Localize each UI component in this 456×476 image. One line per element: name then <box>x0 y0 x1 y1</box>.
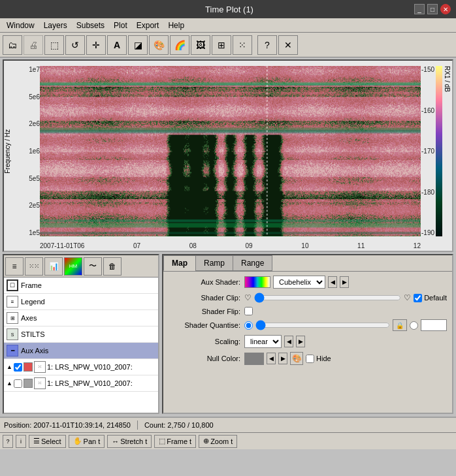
x-tick-1: 07 <box>133 242 140 249</box>
shader-quantise-radio-off[interactable] <box>244 321 253 330</box>
shader-clip-slider[interactable] <box>254 293 401 303</box>
menu-subsets[interactable]: Subsets <box>73 20 108 31</box>
menu-plot[interactable]: Plot <box>110 20 131 31</box>
dots-button[interactable]: ⁙ <box>233 35 252 55</box>
shader-flip-row: Shader Flip: <box>169 307 447 315</box>
null-color-picker-button[interactable]: 🎨 <box>290 352 303 365</box>
layer-item-1b[interactable]: ▲ ⁙ 1: LRS_NPW_V010_2007: <box>4 375 158 392</box>
layer-item-frame[interactable]: ☐ Frame <box>4 278 158 294</box>
select-icon: ☰ <box>33 437 40 445</box>
maximize-button[interactable]: □ <box>427 4 438 14</box>
shader-quantise-control: 🔒 <box>244 319 447 331</box>
null-color-hide-checkbox[interactable] <box>306 355 314 363</box>
shader-next-button[interactable]: ▶ <box>340 276 349 288</box>
stretch-icon: ↔ <box>112 437 119 445</box>
palette-button[interactable]: 🌈 <box>170 35 189 55</box>
null-color-prev-button[interactable]: ◀ <box>267 353 276 364</box>
layer-checkbox-1a[interactable] <box>14 363 22 372</box>
aux-shader-select[interactable]: Cubehelix <box>273 276 325 289</box>
quantise-lock-button[interactable]: 🔒 <box>393 319 407 331</box>
move-button[interactable]: ✛ <box>86 35 106 55</box>
shader-flip-checkbox[interactable] <box>244 307 253 315</box>
frame-button[interactable]: ⬚ Frame t <box>154 435 196 448</box>
close-plot-button[interactable]: ✕ <box>278 35 298 55</box>
null-color-next-button[interactable]: ▶ <box>278 353 287 364</box>
text-button[interactable]: A <box>107 35 127 55</box>
layers-panel: ≡ ⁙⁙ 📊 HM 〜 🗑 ☐ Frame ≡ Legend ⊞ Axes S … <box>3 254 159 414</box>
null-color-select[interactable]: █ <box>244 353 264 365</box>
tab-range[interactable]: Range <box>233 255 272 271</box>
x-tick-4: 10 <box>301 242 308 249</box>
menu-window[interactable]: Window <box>3 20 39 31</box>
subset-icon-button[interactable]: ⁙⁙ <box>25 257 43 276</box>
scaling-select[interactable]: linear log sqrt <box>244 335 282 348</box>
main-toolbar: 🗂 🖨 ⬚ ↺ ✛ A ◪ 🎨 🌈 🖼 ⊞ ⁙ ? ✕ <box>0 33 456 57</box>
minimize-button[interactable]: _ <box>414 4 425 14</box>
select-rect-button[interactable]: ⬚ <box>44 35 64 55</box>
shader-preview <box>244 276 270 288</box>
y-tick-4: 5e5 <box>29 175 40 182</box>
help-button[interactable]: ? <box>257 35 277 55</box>
menu-help[interactable]: Help <box>164 20 188 31</box>
tab-map[interactable]: Map <box>163 255 196 271</box>
shader-clip-control: ♡ ♡ Default <box>244 293 447 303</box>
stretch-button[interactable]: ↔ Stretch t <box>107 435 152 448</box>
layer-checkbox-1b[interactable] <box>14 379 22 388</box>
grid-button[interactable]: ⊞ <box>212 35 231 55</box>
scaling-next-button[interactable]: ▶ <box>296 336 305 347</box>
shader-quantise-label: Shader Quantise: <box>169 321 240 329</box>
layer-dots-icon-1a: ⁙ <box>34 361 46 373</box>
spectrogram-canvas[interactable] <box>40 66 421 236</box>
shader-quantise-slider[interactable] <box>255 320 390 330</box>
layer-item-aux-axis[interactable]: ━ Aux Axis <box>4 343 158 359</box>
x-tick-2: 08 <box>189 242 197 249</box>
colorbar-scale: -150 -160 -170 -180 -190 <box>421 66 436 236</box>
delete-icon-button[interactable]: 🗑 <box>103 257 122 276</box>
heatmap-icon-button[interactable]: HM <box>64 257 82 276</box>
subset-button[interactable]: ◪ <box>128 35 148 55</box>
position-status: Position: 2007-11-01T10:39:14, 214850 <box>4 421 131 429</box>
layer-item-1a[interactable]: ▲ ⁙ 1: LRS_NPW_V010_2007: <box>4 359 158 375</box>
wave-icon-button[interactable]: 〜 <box>84 257 102 276</box>
rotate-button[interactable]: ↺ <box>65 35 85 55</box>
axes-icon: ⊞ <box>7 312 18 324</box>
menu-bar: Window Layers Subsets Plot Export Help <box>0 18 456 33</box>
help-small-button[interactable]: ? <box>3 435 13 448</box>
print-button[interactable]: 🖨 <box>24 35 43 55</box>
color-button[interactable]: 🎨 <box>149 35 169 55</box>
open-button[interactable]: 🗂 <box>3 35 22 55</box>
x-tick-0: 2007-11-01T06 <box>40 242 84 249</box>
layer-item-axes[interactable]: ⊞ Axes <box>4 310 158 326</box>
y-tick-2: 2e6 <box>29 120 40 127</box>
layers-icon-button[interactable]: ≡ <box>5 257 24 276</box>
bar-icon-button[interactable]: 📊 <box>44 257 63 276</box>
quantise-preview <box>421 319 447 331</box>
shader-clip-row: Shader Clip: ♡ ♡ Default <box>169 293 447 303</box>
shader-prev-button[interactable]: ◀ <box>328 276 337 288</box>
frame-label: Frame t <box>167 437 191 445</box>
layer-dots-icon-1b: ⁙ <box>34 377 46 389</box>
shader-quantise-radio-on[interactable] <box>410 321 418 330</box>
layer-item-stilts[interactable]: S STILTS <box>4 326 158 343</box>
info-small-button[interactable]: i <box>16 435 26 448</box>
menu-export[interactable]: Export <box>133 20 163 31</box>
select-button[interactable]: ☰ Select <box>29 435 66 448</box>
close-button[interactable]: ✕ <box>440 4 451 14</box>
shader-clip-default-checkbox[interactable] <box>414 294 422 302</box>
zoom-button[interactable]: ⊕ Zoom t <box>199 435 237 448</box>
colorbar-label: RX1 / dB <box>444 66 451 92</box>
menu-layers[interactable]: Layers <box>40 20 71 31</box>
image-button[interactable]: 🖼 <box>191 35 210 55</box>
scaling-prev-button[interactable]: ◀ <box>284 336 293 347</box>
x-axis: 2007-11-01T06 07 08 09 10 11 12 <box>40 242 421 249</box>
title-bar: Time Plot (1) _ □ ✕ <box>0 0 456 18</box>
bottom-section: ≡ ⁙⁙ 📊 HM 〜 🗑 ☐ Frame ≡ Legend ⊞ Axes S … <box>3 254 453 414</box>
shader-clip-default-label: Default <box>424 294 447 302</box>
cb-tick-3: -180 <box>421 189 434 196</box>
layer-item-legend[interactable]: ≡ Legend <box>4 294 158 310</box>
pan-button[interactable]: ✋ Pan t <box>69 435 105 448</box>
y-axis: 1e7 5e6 2e6 1e6 5e5 2e5 1e5 <box>7 66 40 236</box>
stilts-icon: S <box>7 328 18 340</box>
x-tick-5: 11 <box>357 242 365 249</box>
tab-ramp[interactable]: Ramp <box>195 255 233 271</box>
